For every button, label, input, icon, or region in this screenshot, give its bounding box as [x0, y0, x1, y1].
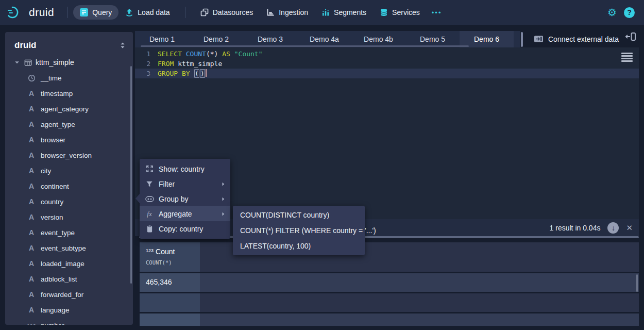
- nav-item-ingestion[interactable]: Ingestion: [260, 5, 315, 20]
- table-row: [140, 314, 639, 326]
- string-icon: A: [27, 290, 36, 299]
- sidebar-column-event_subtype[interactable]: Aevent_subtype: [5, 240, 133, 256]
- download-icon[interactable]: ↓: [607, 222, 619, 234]
- string-icon: A: [27, 259, 36, 268]
- column-name: agent_category: [41, 105, 89, 113]
- nav-item-label: Ingestion: [279, 8, 308, 16]
- string-icon: A: [27, 197, 36, 206]
- column-name: timestamp: [41, 90, 73, 97]
- sidebar-column-agent_category[interactable]: Aagent_category: [5, 101, 133, 117]
- nav-right-group: ⚙ ?: [607, 7, 644, 18]
- sidebar-scrollbar[interactable]: [130, 66, 132, 284]
- table-row[interactable]: 465,346: [140, 273, 639, 292]
- top-nav: druid Query Load data Datasources Ingest…: [0, 0, 644, 25]
- caret-right-icon: [220, 181, 226, 187]
- nav-item-query[interactable]: Query: [73, 5, 118, 20]
- code-tokens: FROM kttm_simple: [158, 59, 222, 69]
- sidebar-column-browser_version[interactable]: Abrowser_version: [5, 147, 133, 163]
- sidebar-column-continent[interactable]: Acontinent: [5, 178, 133, 194]
- nav-item-datasources[interactable]: Datasources: [194, 5, 260, 20]
- help-icon[interactable]: ?: [624, 7, 635, 18]
- sidebar-column-event_type[interactable]: Aevent_type: [5, 225, 133, 240]
- token: AS: [222, 50, 234, 58]
- schema-sidebar: druid kttm_simple __timeAtimestampAagent…: [5, 32, 133, 325]
- nav-item-label: Load data: [138, 8, 170, 16]
- string-icon: A: [27, 182, 36, 190]
- token: kttm_simple: [178, 60, 222, 68]
- sidebar-column-timestamp[interactable]: Atimestamp: [5, 86, 133, 101]
- token: (: [194, 69, 199, 78]
- sidebar-column-__time[interactable]: __time: [5, 70, 133, 86]
- group-by-icon: [145, 196, 154, 202]
- result-cell: 465,346: [140, 273, 200, 286]
- more-icon[interactable]: •••: [427, 6, 447, 20]
- column-name: event_subtype: [41, 244, 86, 252]
- string-icon: A: [27, 213, 36, 221]
- column-name: browser_version: [41, 152, 92, 159]
- sidebar-column-number[interactable]: 123number: [5, 318, 133, 325]
- sidebar-column-agent_type[interactable]: Aagent_type: [5, 117, 133, 132]
- connect-external-data-button[interactable]: Connect external data: [534, 31, 619, 47]
- column-name: number: [41, 322, 64, 325]
- show-icon: [145, 165, 154, 173]
- nav-item-label: Services: [392, 8, 420, 16]
- services-icon: [380, 8, 388, 16]
- sidebar-column-browser[interactable]: Abrowser: [5, 132, 133, 147]
- menu-item-group-by[interactable]: Group by: [140, 191, 230, 206]
- submenu-item[interactable]: LATEST(country, 100): [233, 238, 365, 254]
- string-icon: A: [27, 167, 36, 175]
- text-cursor: [206, 69, 207, 77]
- code-line: 1SELECT COUNT(*) AS "Count": [135, 49, 639, 59]
- nav-item-services[interactable]: Services: [373, 5, 427, 20]
- sidebar-column-loaded_image[interactable]: Aloaded_image: [5, 256, 133, 271]
- clock-icon: [27, 74, 36, 82]
- code-line: 2FROM kttm_simple: [135, 59, 639, 69]
- menu-item-aggregate[interactable]: fxAggregate: [140, 206, 230, 221]
- close-icon[interactable]: ✕: [626, 223, 633, 233]
- schema-title: druid: [14, 40, 37, 51]
- tab-scrollbar[interactable]: [141, 45, 469, 47]
- column-header-count[interactable]: 123Count COUNT(*): [140, 242, 200, 272]
- load-data-icon: [125, 8, 133, 16]
- gear-icon[interactable]: ⚙: [607, 7, 617, 18]
- submenu-item[interactable]: COUNT(DISTINCT country): [233, 207, 365, 223]
- open-panel-icon[interactable]: [625, 32, 636, 41]
- code-area: 1SELECT COUNT(*) AS "Count"2FROM kttm_si…: [135, 47, 639, 78]
- submenu-item[interactable]: COUNT(*) FILTER (WHERE country = '...'): [233, 223, 365, 238]
- sidebar-column-country[interactable]: Acountry: [5, 194, 133, 209]
- menu-item-label: Group by: [159, 195, 189, 203]
- column-name: agent_type: [41, 121, 75, 128]
- ingestion-icon: [266, 8, 275, 16]
- chevron-down-icon: [13, 59, 21, 66]
- druid-logo[interactable]: druid: [0, 6, 62, 19]
- sort-icon[interactable]: [120, 42, 126, 49]
- table-node-kttm_simple[interactable]: kttm_simple: [5, 55, 133, 70]
- sidebar-column-forwarded_for[interactable]: Aforwarded_for: [5, 287, 133, 302]
- results-panel: 123Count COUNT(*) 465,346: [135, 242, 639, 326]
- nav-item-label: Datasources: [213, 8, 253, 16]
- column-name: loaded_image: [41, 260, 84, 268]
- menu-item-filter[interactable]: Filter: [140, 176, 230, 191]
- caret-right-icon: [220, 211, 226, 217]
- popover-arrow-icon: [135, 194, 140, 203]
- line-number: 1: [135, 49, 158, 59]
- string-icon: A: [27, 228, 36, 237]
- sidebar-column-city[interactable]: Acity: [5, 163, 133, 178]
- table-row: [140, 293, 639, 312]
- sidebar-column-language[interactable]: Alanguage: [5, 302, 133, 318]
- editor-menu-icon[interactable]: [621, 53, 633, 63]
- menu-item-copy-country[interactable]: Copy: country: [140, 221, 230, 236]
- nav-item-label: Segments: [334, 8, 366, 16]
- nav-item-segments[interactable]: Segments: [315, 5, 373, 20]
- sidebar-column-adblock_list[interactable]: Aadblock_list: [5, 271, 133, 287]
- sidebar-column-version[interactable]: Aversion: [5, 209, 133, 225]
- menu-item-label: Show: country: [159, 165, 205, 173]
- sidebar-header: druid: [5, 32, 133, 55]
- number-type-icon: 123: [146, 248, 154, 253]
- nav-item-load-data[interactable]: Load data: [118, 5, 176, 20]
- column-name: __time: [41, 74, 62, 82]
- string-icon: A: [27, 136, 36, 144]
- results-scrollbar[interactable]: [636, 274, 638, 292]
- menu-item-show-country[interactable]: Show: country: [140, 161, 230, 176]
- connect-external-data-label: Connect external data: [548, 35, 619, 43]
